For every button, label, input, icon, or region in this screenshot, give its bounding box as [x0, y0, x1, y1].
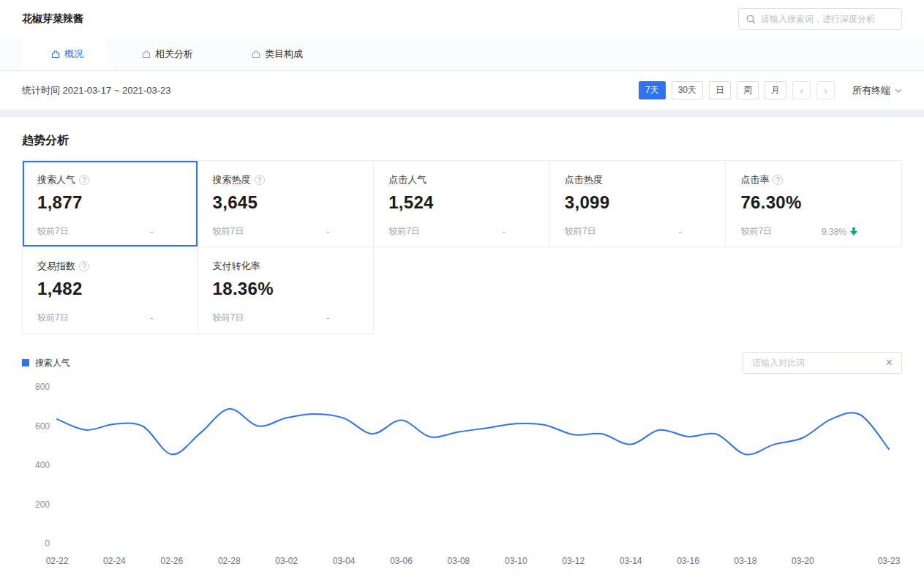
metric-card-grid: 搜索人气?1,877较前7日-搜索热度?3,645较前7日-点击人气1,524较…	[22, 160, 902, 334]
trend-line-chart-svg: 020040060080002-2202-2402-2602-2803-0203…	[22, 377, 902, 573]
chart-header: 搜索人气 ×	[22, 352, 902, 374]
metric-label: 支付转化率	[213, 260, 260, 273]
y-axis-tick: 400	[35, 460, 50, 470]
prev-period-button[interactable]: ‹	[792, 81, 811, 99]
chart-legend-search-popularity[interactable]: 搜索人气	[22, 357, 70, 369]
page-title: 花椒芽菜辣酱	[22, 12, 83, 26]
metric-value: 1,524	[388, 192, 535, 213]
range-button-day[interactable]: 日	[709, 81, 731, 99]
tab-label: 概况	[64, 48, 83, 61]
range-button-week[interactable]: 周	[737, 81, 759, 99]
metric-compare-label: 较前7日	[388, 225, 420, 238]
range-button-7d[interactable]: 7天	[639, 81, 666, 99]
tab-related-analysis[interactable]: 相关分析	[113, 38, 222, 70]
search-box	[738, 8, 902, 30]
x-axis-tick: 02-24	[103, 556, 126, 566]
metric-compare-row: 较前7日9.38%	[740, 225, 887, 238]
y-axis-tick: 600	[35, 421, 50, 432]
metric-compare-value: -	[151, 227, 154, 237]
metric-compare-value: -	[678, 227, 681, 237]
app-header: 花椒芽菜辣酱	[0, 0, 924, 38]
metric-compare-label: 较前7日	[37, 225, 69, 238]
metric-label: 点击人气	[388, 173, 427, 187]
metric-compare-label: 较前7日	[213, 225, 244, 238]
search-icon	[746, 15, 756, 24]
metric-compare-value: -	[326, 227, 329, 237]
legend-swatch	[22, 359, 29, 366]
range-button-month[interactable]: 月	[765, 81, 786, 99]
info-icon[interactable]: ?	[79, 261, 89, 271]
metric-label: 交易指数	[37, 260, 75, 273]
next-period-button[interactable]: ›	[816, 81, 835, 99]
tab-label: 相关分析	[155, 48, 193, 61]
clear-compare-icon[interactable]: ×	[886, 357, 893, 369]
metric-card-click-heat[interactable]: 点击热度3,099较前7日-	[550, 160, 726, 247]
metric-card-transaction-index[interactable]: 交易指数?1,482较前7日-	[22, 247, 198, 334]
section-title: 趋势分析	[22, 133, 902, 148]
metric-compare-label: 较前7日	[565, 225, 596, 238]
metric-compare-row: 较前7日-	[213, 225, 359, 238]
x-axis-tick: 02-28	[218, 556, 241, 566]
compare-word-input[interactable]	[752, 358, 880, 368]
series-line-search-popularity	[57, 409, 889, 455]
search-input[interactable]	[761, 14, 894, 24]
metric-card-search-popularity[interactable]: 搜索人气?1,877较前7日-	[22, 160, 198, 247]
metric-label: 点击率	[740, 173, 769, 187]
metric-label: 点击热度	[565, 173, 603, 187]
metric-compare-label: 较前7日	[37, 312, 69, 324]
metric-compare-value: -	[151, 313, 154, 323]
metric-value: 3,099	[565, 192, 711, 213]
metric-value: 1,482	[37, 279, 183, 299]
metric-compare-row: 较前7日-	[213, 312, 359, 324]
metric-label: 搜索热度	[213, 173, 251, 187]
x-axis-tick: 03-04	[333, 556, 356, 566]
info-icon[interactable]: ?	[79, 175, 89, 185]
terminal-dropdown[interactable]: 所有终端	[852, 84, 902, 97]
x-axis-tick: 03-23	[878, 556, 901, 566]
metric-card-click-rate[interactable]: 点击率?76.30%较前7日9.38%	[726, 160, 902, 247]
tab-category-composition[interactable]: 类目构成	[222, 38, 332, 70]
filter-bar: 统计时间 2021-03-17 ~ 2021-03-23 7天30天日周月 ‹ …	[0, 71, 924, 110]
metric-card-pay-conversion[interactable]: 支付转化率18.36%较前7日-	[198, 247, 375, 334]
legend-label: 搜索人气	[35, 357, 70, 369]
metric-compare-value: -	[503, 227, 506, 237]
metric-compare-row: 较前7日-	[565, 225, 711, 238]
x-axis-tick: 03-06	[390, 556, 413, 566]
compare-word-box: ×	[743, 352, 902, 374]
metric-compare-value: -	[326, 313, 329, 323]
metric-card-click-popularity[interactable]: 点击人气1,524较前7日-	[374, 160, 550, 247]
metric-compare-label: 较前7日	[740, 225, 772, 238]
x-axis-tick: 03-18	[735, 556, 757, 566]
y-axis-tick: 800	[35, 382, 50, 392]
tab-label: 类目构成	[265, 48, 303, 61]
metric-value: 76.30%	[740, 192, 887, 213]
x-axis-tick: 02-22	[46, 556, 69, 566]
info-icon[interactable]: ?	[255, 175, 265, 185]
trend-analysis-card: 趋势分析 搜索人气?1,877较前7日-搜索热度?3,645较前7日-点击人气1…	[0, 117, 924, 580]
terminal-label: 所有终端	[852, 84, 890, 97]
tab-icon-related-analysis	[142, 50, 151, 59]
metric-card-search-heat[interactable]: 搜索热度?3,645较前7日-	[198, 160, 375, 247]
metric-value: 1,877	[37, 192, 183, 213]
range-button-group: 7天30天日周月	[639, 81, 786, 99]
metric-value: 3,645	[213, 192, 359, 213]
tab-icon-category-composition	[252, 50, 260, 59]
metric-compare-row: 较前7日-	[37, 312, 183, 324]
x-axis-tick: 03-02	[275, 556, 298, 566]
x-axis-tick: 02-26	[160, 556, 183, 566]
tab-bar: 概况相关分析类目构成	[0, 38, 924, 71]
info-icon[interactable]: ?	[773, 175, 783, 185]
x-axis-tick: 03-14	[620, 556, 642, 566]
metric-compare-row: 较前7日-	[388, 225, 535, 238]
metric-compare-value: 9.38%	[822, 227, 846, 237]
tab-icon-overview	[51, 50, 60, 59]
y-axis-tick: 0	[45, 538, 50, 549]
x-axis-tick: 03-20	[792, 556, 814, 566]
tab-overview[interactable]: 概况	[22, 38, 113, 70]
trend-chart: 020040060080002-2202-2402-2602-2803-0203…	[22, 377, 902, 573]
metric-compare-row: 较前7日-	[37, 225, 183, 238]
range-button-30d[interactable]: 30天	[672, 81, 703, 99]
metric-label: 搜索人气	[37, 173, 75, 187]
caret-down-icon	[895, 88, 902, 93]
x-axis-tick: 03-12	[562, 556, 585, 566]
